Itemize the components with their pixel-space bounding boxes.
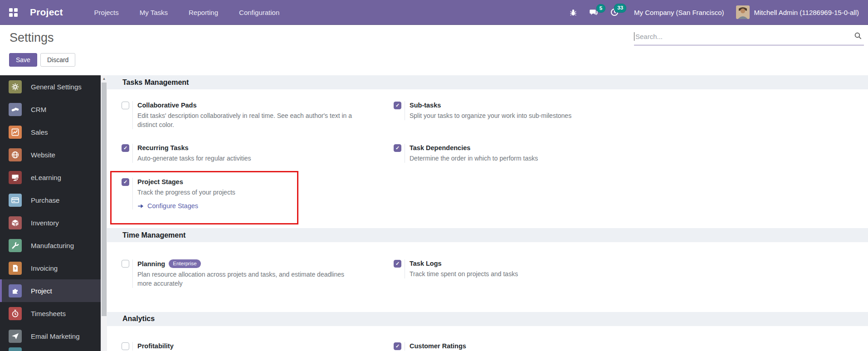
enterprise-badge: Enterprise [169,259,200,268]
settings-content: Tasks Management Collaborative Pads Edit… [107,75,868,351]
activities-button[interactable]: 33 [604,5,625,20]
settings-row: Profitability Customer Ratings [107,342,868,351]
handshake-icon [9,103,22,116]
sidebar-item-invoicing[interactable]: $ Invoicing [0,257,101,279]
sidebar-label: Inventory [31,219,59,227]
chart-icon [9,126,22,139]
checkbox-profitability[interactable] [122,342,129,350]
sidebar-item-project[interactable]: Project [0,279,101,302]
link-label: Configure Stages [147,202,198,210]
checkbox-project-stages[interactable] [122,178,129,186]
discard-button[interactable]: Discard [40,53,75,67]
setting-title[interactable]: Project Stages [137,178,235,186]
setting-planning: PlanningEnterprise Plan resource allocat… [122,259,394,288]
avatar-image [736,5,750,19]
invoice-icon: $ [9,262,22,275]
setting-title[interactable]: Task Logs [410,259,518,268]
menu-item-my-tasks[interactable]: My Tasks [132,5,176,20]
control-panel: Settings Save Discard [0,25,868,75]
checkbox-sub-tasks[interactable] [394,102,401,109]
setting-description: Track the progress of your projects [137,188,235,197]
sidebar-label: Invoicing [31,264,58,272]
section-title: Analytics [122,315,155,323]
checkbox-collaborative-pads[interactable] [122,102,129,109]
sidebar-label: Timesheets [31,310,66,317]
checkbox-task-logs[interactable] [394,260,401,268]
sidebar-label: eLearning [31,174,61,181]
search-input[interactable] [634,33,852,40]
section-title: Time Management [122,231,185,239]
main-menu: Projects My Tasks Reporting Configuratio… [87,5,288,20]
user-avatar[interactable] [736,5,750,19]
sidebar-label: Website [31,151,55,159]
sidebar-item-elearning[interactable]: eLearning [0,166,101,189]
setting-description: Edit tasks' description collaboratively … [137,111,360,129]
sidebar-item-inventory[interactable]: Inventory [0,211,101,234]
setting-project-stages: Project Stages Track the progress of you… [122,178,394,210]
sidebar-item-sales[interactable]: Sales [0,121,101,143]
setting-title[interactable]: Task Dependencies [410,144,538,152]
scrollbar-thumb[interactable] [102,83,107,316]
app-brand-title[interactable]: Project [30,7,63,18]
messages-button[interactable]: 5 [583,5,604,20]
settings-row: Collaborative Pads Edit tasks' descripti… [107,101,868,129]
checkbox-task-dependencies[interactable] [394,144,401,152]
menu-item-projects[interactable]: Projects [87,5,127,20]
setting-text: Task Logs Track time spent on projects a… [405,259,518,278]
sidebar-item-partial[interactable] [9,347,22,351]
scrollbar-up-arrow-icon[interactable]: ▲ [101,75,107,82]
paper-plane-icon [9,330,22,343]
search-icon[interactable] [852,32,864,42]
stopwatch-icon [9,307,22,320]
sidebar-item-website[interactable]: Website [0,143,101,166]
debug-bug-icon[interactable] [563,5,583,20]
checkbox-planning[interactable] [122,260,129,268]
setting-task-logs: Task Logs Track time spent on projects a… [394,259,666,288]
setting-title[interactable]: Recurring Tasks [137,144,251,152]
sidebar-item-purchase[interactable]: Purchase [0,189,101,211]
setting-text: Task Dependencies Determine the order in… [405,144,538,163]
menu-item-configuration[interactable]: Configuration [231,5,287,20]
setting-text: Customer Ratings [405,342,466,351]
credit-card-icon [9,194,22,207]
sidebar-label: Email Marketing [31,332,80,340]
setting-profitability: Profitability [122,342,394,351]
sidebar-label: Manufacturing [31,242,74,249]
setting-title[interactable]: Profitability [137,342,174,351]
save-button[interactable]: Save [9,53,37,67]
sidebar-label: Project [31,287,52,295]
sidebar-item-crm[interactable]: CRM [0,98,101,121]
sidebar-scrollbar[interactable]: ▲ [101,75,107,351]
setting-text: PlanningEnterprise Plan resource allocat… [132,259,360,288]
configure-stages-link[interactable]: Configure Stages [137,202,235,210]
setting-recurring-tasks: Recurring Tasks Auto-generate tasks for … [122,144,394,163]
sidebar-item-general-settings[interactable]: General Settings [0,75,101,98]
sidebar-item-email-marketing[interactable]: Email Marketing [0,325,101,347]
setting-text: Collaborative Pads Edit tasks' descripti… [132,101,360,129]
section-header-analytics: Analytics [107,312,868,326]
sidebar-item-timesheets[interactable]: Timesheets [0,302,101,325]
globe-icon [9,148,22,161]
setting-sub-tasks: Sub-tasks Split your tasks to organize y… [394,101,666,129]
section-header-tasks-management: Tasks Management [107,75,868,89]
setting-text: Recurring Tasks Auto-generate tasks for … [132,144,251,163]
setting-text: Profitability [132,342,174,351]
apps-menu-icon[interactable] [9,8,18,17]
bug-icon [569,8,577,16]
checkbox-recurring-tasks[interactable] [122,144,129,152]
settings-row: Recurring Tasks Auto-generate tasks for … [107,144,868,163]
setting-title[interactable]: Sub-tasks [410,101,571,110]
sidebar-item-manufacturing[interactable]: Manufacturing [0,234,101,257]
menu-item-reporting[interactable]: Reporting [181,5,226,20]
setting-title[interactable]: PlanningEnterprise [137,259,360,268]
activities-count-badge: 33 [614,4,626,13]
checkbox-customer-ratings[interactable] [394,342,401,350]
company-switcher[interactable]: My Company (San Francisco) [634,9,724,16]
sidebar-label: Purchase [31,196,59,204]
user-menu[interactable]: Mitchell Admin (11286969-15-0-all) [754,9,859,16]
setting-title[interactable]: Collaborative Pads [137,101,360,110]
page-title: Settings [10,31,54,45]
setting-title[interactable]: Customer Ratings [410,342,466,351]
setting-customer-ratings: Customer Ratings [394,342,666,351]
top-navbar: Project Projects My Tasks Reporting Conf… [0,0,868,25]
